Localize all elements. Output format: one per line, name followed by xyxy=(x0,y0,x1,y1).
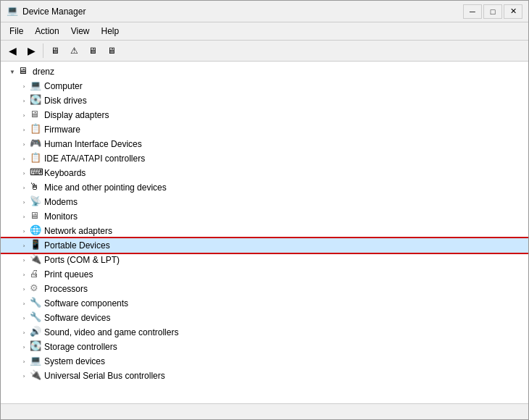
tree-item-usb[interactable]: › 🔌 Universal Serial Bus controllers xyxy=(1,369,528,383)
tree-item-sound[interactable]: › 🔊 Sound, video and game controllers xyxy=(1,325,528,340)
usb-label: Universal Serial Bus controllers xyxy=(44,371,165,381)
ports-expander[interactable]: › xyxy=(18,254,30,266)
monitors-expander[interactable]: › xyxy=(18,211,30,222)
processors-icon: ⚙ xyxy=(30,283,41,295)
toolbar-scan-button[interactable]: 🖥 xyxy=(84,43,101,59)
sound-expander[interactable]: › xyxy=(18,327,30,338)
system-icon: 💻 xyxy=(30,356,41,367)
tree-item-print[interactable]: › 🖨 Print queues xyxy=(1,267,528,282)
mice-expander[interactable]: › xyxy=(18,182,30,193)
sound-label: Sound, video and game controllers xyxy=(44,327,178,337)
ide-expander[interactable]: › xyxy=(18,153,30,164)
tree-item-processors[interactable]: › ⚙ Processors xyxy=(1,282,528,296)
display-expander[interactable]: › xyxy=(18,109,30,121)
tree-item-network[interactable]: › 🌐 Network adapters xyxy=(1,224,528,238)
tree-item-software-devices[interactable]: › 🔧 Software devices xyxy=(1,311,528,325)
sw-dev-icon: 🔧 xyxy=(30,312,41,324)
menu-action[interactable]: Action xyxy=(29,24,64,38)
tree-item-mice[interactable]: › 🖱 Mice and other pointing devices xyxy=(1,180,528,195)
keyboards-icon: ⌨ xyxy=(30,167,41,179)
disk-icon: 💽 xyxy=(30,95,41,106)
tree-item-computer[interactable]: › 💻 Computer xyxy=(1,79,528,93)
tree-item-monitors[interactable]: › 🖥 Monitors xyxy=(1,209,528,224)
sw-dev-label: Software devices xyxy=(44,313,110,323)
modems-expander[interactable]: › xyxy=(18,196,30,208)
hid-icon: 🎮 xyxy=(30,138,41,150)
storage-icon: 💽 xyxy=(30,341,41,353)
tree-item-portable[interactable]: › 📱 Portable Devices xyxy=(1,238,528,253)
menu-bar: File Action View Help xyxy=(1,22,528,41)
hid-expander[interactable]: › xyxy=(18,138,30,150)
root-expander[interactable]: ▼ xyxy=(7,66,18,77)
close-button[interactable]: ✕ xyxy=(504,4,522,19)
monitors-icon: 🖥 xyxy=(30,211,41,222)
tree-item-system[interactable]: › 💻 System devices xyxy=(1,354,528,369)
firmware-expander[interactable]: › xyxy=(18,124,30,135)
toolbar-forward-button[interactable]: ▶ xyxy=(22,43,40,59)
window-icon: 💻 xyxy=(7,6,18,17)
keyboards-label: Keyboards xyxy=(44,168,86,178)
system-label: System devices xyxy=(44,356,105,366)
tree-root[interactable]: ▼ 🖥 drenz xyxy=(1,64,528,79)
tree-item-keyboards[interactable]: › ⌨ Keyboards xyxy=(1,166,528,180)
usb-expander[interactable]: › xyxy=(18,370,30,382)
modems-icon: 📡 xyxy=(30,196,41,208)
computer-expander[interactable]: › xyxy=(18,80,30,92)
storage-label: Storage controllers xyxy=(44,342,117,352)
menu-file[interactable]: File xyxy=(4,24,29,38)
firmware-icon: 📋 xyxy=(30,124,41,135)
tree-item-ports[interactable]: › 🔌 Ports (COM & LPT) xyxy=(1,253,528,267)
device-manager-window: 💻 Device Manager ─ □ ✕ File Action View … xyxy=(0,0,529,420)
network-label: Network adapters xyxy=(44,226,112,236)
disk-label: Disk drives xyxy=(44,96,87,106)
ports-icon: 🔌 xyxy=(30,254,41,266)
toolbar-update-driver-button[interactable]: ⚠ xyxy=(65,43,83,59)
tree-item-modems[interactable]: › 📡 Modems xyxy=(1,195,528,209)
maximize-button[interactable]: □ xyxy=(483,4,502,19)
tree-item-storage[interactable]: › 💽 Storage controllers xyxy=(1,340,528,354)
tree-item-hid[interactable]: › 🎮 Human Interface Devices xyxy=(1,137,528,151)
toolbar-properties-button[interactable]: 🖥 xyxy=(46,43,64,59)
portable-icon: 📱 xyxy=(30,240,41,251)
title-bar: 💻 Device Manager ─ □ ✕ xyxy=(1,1,528,22)
portable-expander[interactable]: › xyxy=(18,240,30,251)
menu-view[interactable]: View xyxy=(65,24,96,38)
tree-content[interactable]: ▼ 🖥 drenz › 💻 Computer › 💽 Disk drives ›… xyxy=(1,62,528,403)
disk-expander[interactable]: › xyxy=(18,95,30,106)
tree-item-firmware[interactable]: › 📋 Firmware xyxy=(1,122,528,137)
print-label: Print queues xyxy=(44,269,93,280)
ide-label: IDE ATA/ATAPI controllers xyxy=(44,154,145,164)
keyboards-expander[interactable]: › xyxy=(18,167,30,179)
sw-dev-expander[interactable]: › xyxy=(18,312,30,324)
root-icon: 🖥 xyxy=(18,66,30,77)
sw-comp-label: Software components xyxy=(44,298,128,308)
tree-item-ide[interactable]: › 📋 IDE ATA/ATAPI controllers xyxy=(1,151,528,166)
tree-item-software-components[interactable]: › 🔧 Software components xyxy=(1,296,528,311)
sw-comp-icon: 🔧 xyxy=(30,298,41,309)
system-expander[interactable]: › xyxy=(18,356,30,367)
device-tree: ▼ 🖥 drenz › 💻 Computer › 💽 Disk drives ›… xyxy=(1,62,528,386)
usb-icon: 🔌 xyxy=(30,370,41,382)
toolbar-device-view-button[interactable]: 🖥 xyxy=(103,43,120,59)
minimize-button[interactable]: ─ xyxy=(463,4,482,19)
monitors-label: Monitors xyxy=(44,211,78,222)
mice-icon: 🖱 xyxy=(30,182,41,193)
modems-label: Modems xyxy=(44,197,78,207)
toolbar-back-button[interactable]: ◀ xyxy=(4,43,21,59)
ide-icon: 📋 xyxy=(30,153,41,164)
menu-help[interactable]: Help xyxy=(96,24,125,38)
tree-item-disk-drives[interactable]: › 💽 Disk drives xyxy=(1,93,528,108)
toolbar: ◀ ▶ 🖥 ⚠ 🖥 🖥 xyxy=(1,41,528,62)
processors-expander[interactable]: › xyxy=(18,283,30,295)
title-bar-controls: ─ □ ✕ xyxy=(463,4,522,19)
storage-expander[interactable]: › xyxy=(18,341,30,353)
print-expander[interactable]: › xyxy=(18,269,30,280)
firmware-label: Firmware xyxy=(44,125,80,135)
display-label: Display adapters xyxy=(44,110,109,120)
status-bar xyxy=(1,403,528,419)
print-icon: 🖨 xyxy=(30,269,41,280)
tree-item-display[interactable]: › 🖥 Display adapters xyxy=(1,108,528,122)
network-expander[interactable]: › xyxy=(18,225,30,237)
toolbar-separator-1 xyxy=(43,43,43,58)
sw-comp-expander[interactable]: › xyxy=(18,298,30,309)
